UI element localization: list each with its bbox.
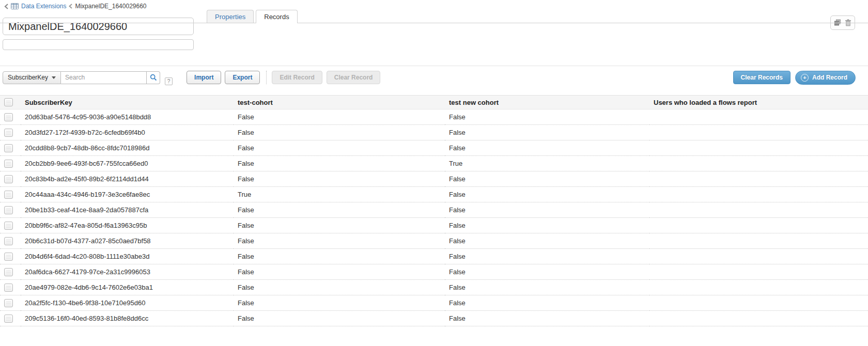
table-row[interactable]: 20bb9f6c-af82-47ea-805d-f6a13963c95b Fal… [0, 218, 868, 233]
row-test-cohort: False [234, 264, 445, 280]
row-users-flows-report [649, 233, 868, 249]
row-test-new-cohort: False [445, 280, 649, 295]
search-icon [150, 74, 157, 81]
row-checkbox[interactable] [4, 284, 13, 292]
select-all-checkbox[interactable] [4, 98, 13, 106]
records-table-header-row: SubscriberKey test-cohort test new cohor… [0, 96, 868, 109]
row-users-flows-report [649, 125, 868, 140]
row-subscriber-key: 20ae4979-082e-4db6-9c14-7602e6e03ba1 [21, 280, 234, 295]
column-header-test-new-cohort[interactable]: test new cohort [445, 96, 649, 109]
row-test-cohort: False [234, 311, 445, 326]
row-test-new-cohort: False [445, 233, 649, 249]
edit-record-button[interactable]: Edit Record [272, 71, 322, 84]
row-test-cohort: False [234, 249, 445, 264]
row-subscriber-key: 20bb9f6c-af82-47ea-805d-f6a13963c95b [21, 218, 234, 233]
search-input[interactable] [61, 71, 147, 84]
column-header-subscriberkey[interactable]: SubscriberKey [21, 96, 234, 109]
row-users-flows-report [649, 264, 868, 280]
plus-icon: + [801, 74, 809, 82]
export-button[interactable]: Export [225, 71, 260, 84]
breadcrumb-back-icon[interactable] [4, 4, 8, 9]
row-checkbox[interactable] [4, 191, 13, 199]
table-row[interactable]: 20d3fd27-172f-4939-b72c-6cfedb69f4b0 Fal… [0, 125, 868, 140]
row-checkbox[interactable] [4, 222, 13, 230]
table-row[interactable]: 20a2f5fc-f130-4be6-9f38-10e710e95d60 Fal… [0, 295, 868, 311]
row-test-new-cohort: False [445, 187, 649, 202]
row-test-new-cohort: False [445, 295, 649, 311]
row-subscriber-key: 20af6dca-6627-4179-97ce-2a31c9996053 [21, 264, 234, 280]
table-row[interactable]: 20c44aaa-434c-4946-b197-3e3ce6fae8ec Tru… [0, 187, 868, 202]
row-subscriber-key: 20a2f5fc-f130-4be6-9f38-10e710e95d60 [21, 295, 234, 311]
row-subscriber-key: 20cdd8b8-9cb7-48db-86cc-8fdc7018986d [21, 140, 234, 156]
row-checkbox[interactable] [4, 175, 13, 183]
tab-properties[interactable]: Properties [207, 10, 254, 23]
row-checkbox[interactable] [4, 206, 13, 214]
row-checkbox[interactable] [4, 113, 13, 121]
search-field-dropdown-value: SubscriberKey [8, 74, 48, 81]
table-row[interactable]: 20cb2bb9-9ee6-493f-bc67-755fcca66ed0 Fal… [0, 156, 868, 171]
table-row[interactable]: 209c5136-16f0-40ed-8593-81b8fe8dd6cc Fal… [0, 311, 868, 326]
row-users-flows-report [649, 171, 868, 187]
table-row[interactable]: 20b6c31d-b07d-4377-a027-85c0aed7bf58 Fal… [0, 233, 868, 249]
row-test-new-cohort: True [445, 156, 649, 171]
data-extension-description-input[interactable] [3, 39, 194, 50]
column-header-users-flows-report[interactable]: Users who loaded a flows report [649, 96, 868, 109]
add-record-button[interactable]: + Add Record [795, 71, 856, 85]
row-test-cohort: False [234, 233, 445, 249]
row-test-cohort: False [234, 109, 445, 125]
row-users-flows-report [649, 280, 868, 295]
breadcrumb-current: MixpanelDE_1640029660 [75, 3, 146, 10]
chevron-down-icon [52, 76, 56, 79]
row-users-flows-report [649, 187, 868, 202]
row-users-flows-report [649, 249, 868, 264]
row-test-new-cohort: False [445, 264, 649, 280]
row-test-cohort: False [234, 125, 445, 140]
clear-records-button[interactable]: Clear Records [733, 71, 791, 84]
row-test-new-cohort: False [445, 202, 649, 218]
row-test-cohort: True [234, 187, 445, 202]
row-checkbox[interactable] [4, 314, 13, 323]
row-subscriber-key: 20c44aaa-434c-4946-b197-3e3ce6fae8ec [21, 187, 234, 202]
row-test-new-cohort: False [445, 311, 649, 326]
search-button[interactable] [147, 71, 160, 84]
row-users-flows-report [649, 109, 868, 125]
row-subscriber-key: 20c83b4b-ad2e-45f0-89b2-6f2114dd1d44 [21, 171, 234, 187]
row-users-flows-report [649, 202, 868, 218]
row-subscriber-key: 20b4d6f4-6dad-4c20-808b-1111e30abe3d [21, 249, 234, 264]
clear-record-button[interactable]: Clear Record [327, 71, 381, 84]
row-users-flows-report [649, 311, 868, 326]
row-subscriber-key: 20d3fd27-172f-4939-b72c-6cfedb69f4b0 [21, 125, 234, 140]
records-table-body: 20d63baf-5476-4c95-9036-a90e5148bdd8 Fal… [0, 109, 868, 326]
row-test-new-cohort: False [445, 171, 649, 187]
table-row[interactable]: 20af6dca-6627-4179-97ce-2a31c9996053 Fal… [0, 264, 868, 280]
table-row[interactable]: 20be1b33-ceaf-41ce-8aa9-2da057887cfa Fal… [0, 202, 868, 218]
table-row[interactable]: 20cdd8b8-9cb7-48db-86cc-8fdc7018986d Fal… [0, 140, 868, 156]
records-table: SubscriberKey test-cohort test new cohor… [0, 95, 868, 326]
tab-records[interactable]: Records [256, 10, 297, 23]
row-checkbox[interactable] [4, 237, 13, 245]
row-test-new-cohort: False [445, 218, 649, 233]
breadcrumb-link-data-extensions[interactable]: Data Extensions [21, 3, 66, 10]
row-subscriber-key: 209c5136-16f0-40ed-8593-81b8fe8dd6cc [21, 311, 234, 326]
row-test-cohort: False [234, 218, 445, 233]
row-checkbox[interactable] [4, 268, 13, 276]
table-row[interactable]: 20d63baf-5476-4c95-9036-a90e5148bdd8 Fal… [0, 109, 868, 125]
row-checkbox[interactable] [4, 144, 13, 152]
help-icon[interactable]: ? [165, 77, 173, 85]
table-row[interactable]: 20ae4979-082e-4db6-9c14-7602e6e03ba1 Fal… [0, 280, 868, 295]
row-checkbox[interactable] [4, 253, 13, 261]
add-record-label: Add Record [812, 74, 847, 81]
row-test-cohort: False [234, 280, 445, 295]
import-button[interactable]: Import [187, 71, 221, 84]
search-field-dropdown[interactable]: SubscriberKey [3, 71, 61, 84]
toolbar-divider [266, 71, 267, 84]
row-test-cohort: False [234, 171, 445, 187]
row-checkbox[interactable] [4, 299, 13, 307]
row-checkbox[interactable] [4, 129, 13, 137]
row-users-flows-report [649, 218, 868, 233]
row-checkbox[interactable] [4, 160, 13, 168]
table-row[interactable]: 20b4d6f4-6dad-4c20-808b-1111e30abe3d Fal… [0, 249, 868, 264]
table-row[interactable]: 20c83b4b-ad2e-45f0-89b2-6f2114dd1d44 Fal… [0, 171, 868, 187]
column-header-test-cohort[interactable]: test-cohort [234, 96, 445, 109]
row-test-cohort: False [234, 202, 445, 218]
